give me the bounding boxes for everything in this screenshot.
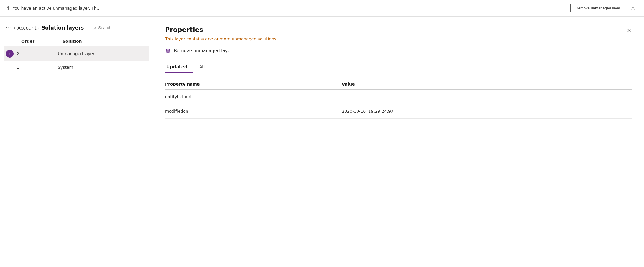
row-solution-value: Unmanaged layer [58, 51, 147, 56]
col-solution-header: Solution [62, 39, 147, 44]
panel-title: Properties [165, 26, 203, 33]
breadcrumb-dots[interactable]: ··· [6, 25, 12, 31]
row-order-value: 2 [17, 51, 58, 56]
property-row: modifiedon 2020-10-16T19:29:24.97 [165, 104, 632, 119]
tab-updated[interactable]: Updated [165, 61, 193, 73]
left-panel: ··· › Account › Solution layers ⌕ Order … [0, 17, 153, 267]
table-row[interactable]: ✓ 2 Unmanaged layer [4, 46, 149, 61]
main-layout: ··· › Account › Solution layers ⌕ Order … [0, 17, 644, 267]
notification-close-icon[interactable]: × [629, 4, 637, 12]
property-name-cell: modifiedon [165, 104, 330, 119]
properties-table: Property name Value entityhelpurl modifi… [165, 79, 632, 119]
breadcrumb-account[interactable]: Account [17, 25, 37, 31]
table-header: Order Solution [6, 37, 147, 46]
svg-rect-1 [167, 48, 169, 48]
table-area: Order Solution ✓ 2 Unmanaged layer 1 Sys… [0, 37, 153, 267]
breadcrumb-chevron-1: › [14, 25, 16, 30]
top-bar: ··· › Account › Solution layers ⌕ [0, 17, 153, 37]
panel-header: Properties × [165, 26, 632, 34]
row-order-value: 1 [17, 65, 58, 70]
property-name-cell: entityhelpurl [165, 90, 330, 104]
col-value-header: Value [330, 79, 632, 90]
trash-icon [165, 47, 171, 54]
search-icon: ⌕ [93, 25, 96, 30]
panel-subtitle: This layer contains one or more unmanage… [165, 37, 632, 41]
breadcrumb-solution-layers: Solution layers [42, 25, 84, 31]
col-property-name-header: Property name [165, 79, 330, 90]
notification-text: You have an active unmanaged layer. Th..… [13, 6, 567, 11]
panel-remove-button[interactable]: Remove unmanaged layer [165, 47, 632, 54]
breadcrumb: ··· › Account › Solution layers [6, 25, 84, 31]
tabs-row: Updated All [165, 61, 632, 73]
remove-unmanaged-layer-button[interactable]: Remove unmanaged layer [570, 4, 625, 12]
property-value-cell [330, 90, 632, 104]
search-input[interactable] [98, 25, 145, 30]
panel-close-icon[interactable]: × [626, 26, 632, 34]
search-area: ⌕ [92, 24, 147, 32]
info-icon: ℹ [7, 5, 9, 11]
check-circle-icon: ✓ [6, 50, 14, 58]
col-order-header: Order [21, 39, 62, 44]
table-row[interactable]: 1 System [6, 61, 147, 73]
breadcrumb-chevron-2: › [38, 25, 40, 30]
notification-bar: ℹ You have an active unmanaged layer. Th… [0, 0, 644, 17]
property-row: entityhelpurl [165, 90, 632, 104]
row-solution-value: System [58, 65, 147, 70]
property-value-cell: 2020-10-16T19:29:24.97 [330, 104, 632, 119]
tab-all[interactable]: All [198, 61, 211, 73]
right-panel: Properties × This layer contains one or … [153, 17, 644, 267]
row-check: ✓ [6, 50, 17, 58]
panel-remove-label: Remove unmanaged layer [174, 48, 232, 53]
